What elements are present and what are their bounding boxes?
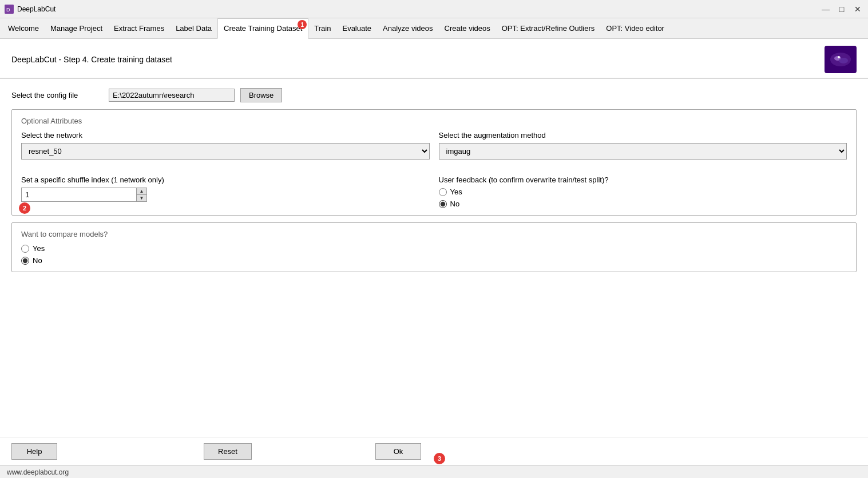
tab-label-data[interactable]: Label Data bbox=[170, 18, 217, 38]
status-bar: www.deeplabcut.org bbox=[0, 465, 868, 478]
shuffle-spinbox: ▲ ▼ bbox=[21, 188, 147, 202]
ok-button[interactable]: Ok bbox=[375, 443, 421, 460]
tab-manage-project[interactable]: Manage Project bbox=[45, 18, 108, 38]
title-bar: D DeepLabCut — □ ✕ bbox=[0, 0, 868, 18]
shuffle-field: Set a specific shuffle index (1 network … bbox=[21, 176, 430, 208]
tab-evaluate[interactable]: Evaluate bbox=[336, 18, 377, 38]
spin-down-button[interactable]: ▼ bbox=[137, 194, 146, 201]
optional-attributes-title: Optional Attributes bbox=[21, 117, 847, 125]
title-bar-left: D DeepLabCut bbox=[5, 5, 56, 14]
minimize-button[interactable]: — bbox=[820, 3, 831, 15]
browse-button[interactable]: Browse bbox=[240, 88, 282, 102]
window-controls: — □ ✕ bbox=[820, 3, 863, 15]
network-augmentation-row: Select the network resnet_50 resnet_101 … bbox=[21, 131, 847, 160]
close-button[interactable]: ✕ bbox=[852, 3, 863, 15]
network-label: Select the network bbox=[21, 131, 430, 140]
shuffle-input[interactable] bbox=[22, 188, 136, 201]
spin-up-button[interactable]: ▲ bbox=[137, 188, 146, 194]
main-content: DeepLabCut - Step 4. Create training dat… bbox=[0, 39, 868, 465]
compare-models-panel: Want to compare models? Yes No bbox=[11, 222, 857, 272]
compare-no[interactable]: No bbox=[21, 256, 847, 265]
tab-opt-extract-refine[interactable]: OPT: Extract/Refine Outliers bbox=[496, 18, 601, 38]
user-feedback-radio-group: Yes No bbox=[439, 188, 847, 208]
spinbox-buttons: ▲ ▼ bbox=[136, 188, 146, 201]
tab-train[interactable]: Train bbox=[308, 18, 336, 38]
badge-3: 3 bbox=[434, 453, 445, 464]
body-section: Select the config file Browse Optional A… bbox=[0, 79, 868, 437]
config-label: Select the config file bbox=[11, 91, 103, 99]
tab-analyze-videos[interactable]: Analyze videos bbox=[377, 18, 438, 38]
config-path-input[interactable] bbox=[109, 89, 235, 102]
network-field: Select the network resnet_50 resnet_101 … bbox=[21, 131, 430, 160]
tab-extract-frames[interactable]: Extract Frames bbox=[108, 18, 170, 38]
window-title: DeepLabCut bbox=[17, 5, 56, 13]
badge-2: 2 bbox=[19, 202, 30, 214]
augmentation-field: Select the augmentation method imgaug de… bbox=[439, 131, 847, 160]
user-feedback-field: User feedback (to confirm overwrite trai… bbox=[439, 176, 847, 208]
dlc-logo bbox=[825, 46, 857, 73]
menu-bar: Welcome Manage Project Extract Frames La… bbox=[0, 18, 868, 39]
compare-yes[interactable]: Yes bbox=[21, 244, 847, 253]
help-button[interactable]: Help bbox=[11, 443, 57, 460]
tab-create-training-dataset[interactable]: Create Training Dataset 1 bbox=[217, 18, 308, 39]
shuffle-feedback-row: Set a specific shuffle index (1 network … bbox=[21, 176, 847, 208]
tab-welcome[interactable]: Welcome bbox=[2, 18, 45, 38]
compare-models-title: Want to compare models? bbox=[21, 230, 847, 238]
svg-point-5 bbox=[838, 56, 840, 58]
shuffle-label: Set a specific shuffle index (1 network … bbox=[21, 176, 430, 184]
svg-point-6 bbox=[839, 58, 848, 63]
tab-badge-1: 1 bbox=[298, 20, 307, 29]
optional-attributes-panel: Optional Attributes Select the network r… bbox=[11, 109, 857, 216]
header-section: DeepLabCut - Step 4. Create training dat… bbox=[0, 39, 868, 78]
tab-create-videos[interactable]: Create videos bbox=[439, 18, 496, 38]
reset-button[interactable]: Reset bbox=[204, 443, 252, 460]
svg-text:D: D bbox=[6, 7, 10, 13]
user-feedback-yes[interactable]: Yes bbox=[439, 188, 847, 196]
user-feedback-no[interactable]: No bbox=[439, 200, 847, 208]
bottom-bar: Help Reset Ok 3 bbox=[0, 437, 868, 465]
config-file-row: Select the config file Browse bbox=[11, 88, 857, 102]
user-feedback-label: User feedback (to confirm overwrite trai… bbox=[439, 176, 847, 184]
network-select[interactable]: resnet_50 resnet_101 resnet_152 mobilene… bbox=[21, 143, 430, 160]
page-title: DeepLabCut - Step 4. Create training dat… bbox=[11, 55, 172, 64]
compare-models-radio-group: Yes No bbox=[21, 244, 847, 265]
augmentation-select[interactable]: imgaug default tensorpack deterministic bbox=[439, 143, 847, 160]
augmentation-label: Select the augmentation method bbox=[439, 131, 847, 140]
tab-opt-video-editor[interactable]: OPT: Video editor bbox=[600, 18, 670, 38]
maximize-button[interactable]: □ bbox=[836, 3, 847, 15]
app-icon: D bbox=[5, 5, 14, 14]
status-text: www.deeplabcut.org bbox=[7, 468, 69, 476]
